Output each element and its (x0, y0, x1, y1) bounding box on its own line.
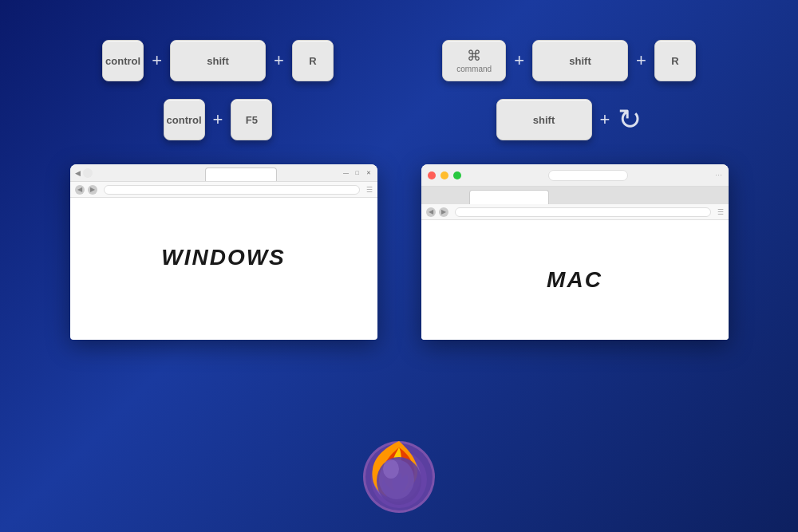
firefox-logo (347, 417, 451, 524)
shift-key-3: shift (496, 99, 592, 140)
shortcuts-section: control + shift + R control + F5 (0, 0, 798, 156)
mac-label: MAC (547, 267, 602, 293)
plus-6: + (600, 109, 610, 130)
control-key-2: control (164, 99, 205, 140)
r-key-1: R (292, 40, 334, 81)
r-key-2: R (654, 40, 696, 81)
mac-tab-bar (421, 187, 729, 204)
mac-address-bar: ◀ ▶ ☰ (421, 204, 729, 220)
f5-key: F5 (231, 99, 272, 140)
plus-5: + (636, 50, 646, 71)
windows-address-bar: ◀ ▶ ☰ (70, 182, 377, 198)
svg-point-6 (383, 459, 399, 479)
mac-titlebar: ⋯ (421, 164, 729, 187)
windows-browser-content: WINDOWS (70, 198, 377, 317)
windows-shortcut-row2: control + F5 (164, 99, 273, 140)
command-key: ⌘ command (442, 40, 506, 81)
shift-key-1: shift (170, 40, 266, 81)
shift-key-2: shift (532, 40, 628, 81)
plus-1: + (152, 50, 162, 71)
windows-label: WINDOWS (161, 245, 286, 270)
windows-shortcut-row1: control + shift + R (102, 40, 334, 81)
plus-3: + (213, 109, 223, 130)
mac-browser-content: MAC (421, 220, 729, 340)
control-key: control (102, 40, 144, 81)
windows-titlebar: ◀ — □ ✕ (70, 164, 377, 182)
plus-4: + (514, 50, 524, 71)
reload-icon: ↻ (618, 103, 642, 136)
mac-shortcut-row2: shift + ↻ (496, 99, 642, 140)
windows-shortcuts: control + shift + R control + F5 (102, 40, 334, 140)
mac-shortcuts: ⌘ command + shift + R shift + ↻ (442, 40, 696, 140)
browsers-section: ◀ — □ ✕ ◀ ▶ ☰ WINDOWS (0, 156, 798, 340)
plus-2: + (274, 50, 284, 71)
tl-yellow (440, 171, 448, 179)
tl-green (453, 171, 461, 179)
mac-shortcut-row1: ⌘ command + shift + R (442, 40, 696, 81)
windows-browser-window: ◀ — □ ✕ ◀ ▶ ☰ WINDOWS (70, 164, 377, 340)
mac-browser-window: ⋯ ◀ ▶ ☰ MAC (421, 164, 729, 340)
tl-red (428, 171, 436, 179)
